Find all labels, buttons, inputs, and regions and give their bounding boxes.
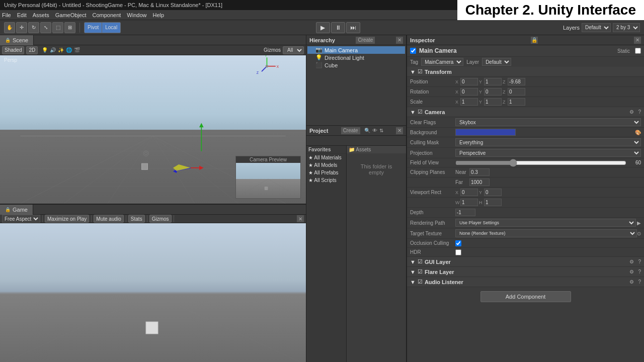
vp-w-field[interactable]	[460, 199, 478, 206]
menu-file[interactable]: File	[2, 12, 11, 18]
scale-z-field[interactable]	[508, 98, 525, 106]
menu-window[interactable]: Window	[127, 12, 146, 18]
game-tab[interactable]: 🔒 Game	[0, 205, 33, 215]
hierarchy-close-btn[interactable]: ✕	[396, 37, 403, 44]
game-lock-icon: 🔒	[5, 207, 11, 212]
audio-listener-section[interactable]: ▼ ☑ Audio Listener ⚙ ?	[407, 277, 644, 287]
target-texture-dropdown[interactable]: None (Render Texture)	[455, 229, 637, 237]
hdr-row: HDR	[407, 248, 644, 257]
project-sidebar: Favorites ★ All Materials ★ All Models ★…	[306, 146, 347, 362]
all-models-folder[interactable]: ★ All Models	[306, 161, 346, 169]
mute-audio-btn[interactable]: Mute audio	[94, 215, 123, 223]
projection-dropdown[interactable]: Perspective	[455, 149, 641, 157]
background-color[interactable]	[455, 129, 516, 136]
flare-layer-section[interactable]: ▼ ☑ Flare Layer ⚙ ?	[407, 267, 644, 277]
scale-x-field[interactable]	[460, 98, 478, 106]
hierarchy-item-cube[interactable]: ⬛ Cube	[307, 61, 405, 69]
hierarchy-create-btn[interactable]: Create	[356, 37, 375, 44]
menu-help[interactable]: Help	[152, 12, 164, 18]
clear-flags-dropdown[interactable]: Skybox	[455, 118, 641, 126]
all-prefabs-folder[interactable]: ★ All Prefabs	[306, 169, 346, 176]
culling-mask-dropdown[interactable]: Everything	[455, 138, 641, 146]
cube-icon: ⬛	[315, 62, 323, 68]
game-view: 🔒 Game Free Aspect Maximize on Play Mute…	[0, 204, 306, 362]
far-value[interactable]	[469, 178, 490, 186]
bg-picker-icon: 🎨	[635, 130, 641, 135]
depth-row: Depth	[407, 208, 644, 218]
vp-y-label: Y	[479, 190, 483, 195]
pos-y-field[interactable]	[484, 78, 502, 85]
object-active-checkbox[interactable]	[410, 48, 416, 54]
rot-y-field[interactable]	[484, 88, 502, 96]
local-btn[interactable]: Local	[102, 23, 120, 33]
culling-mask-label: Culling Mask	[410, 140, 455, 145]
menu-assets[interactable]: Assets	[33, 12, 49, 18]
tag-dropdown[interactable]: MainCamera	[421, 58, 463, 66]
gui-layer-section[interactable]: ▼ ☑ GUI Layer ⚙ ?	[407, 257, 644, 267]
vp-x-field[interactable]	[460, 189, 478, 196]
scene-tab[interactable]: 🔒 Scene	[0, 35, 34, 45]
rot-y-label: Y	[479, 89, 483, 95]
project-close-btn[interactable]: ✕	[396, 127, 403, 134]
layout-dropdown[interactable]: 2 by 3	[613, 23, 640, 32]
play-button[interactable]: ▶	[316, 22, 330, 33]
move-tool[interactable]: ✛	[16, 22, 27, 33]
project-content: Favorites ★ All Materials ★ All Models ★…	[306, 146, 406, 362]
pos-x-field[interactable]	[460, 78, 478, 85]
stats-btn[interactable]: Stats	[128, 215, 145, 223]
layers-dropdown[interactable]: Default	[582, 23, 611, 32]
rot-x-field[interactable]	[460, 88, 478, 96]
occlusion-checkbox[interactable]	[455, 240, 461, 246]
pos-z-field[interactable]	[508, 78, 525, 85]
depth-value[interactable]	[455, 209, 475, 216]
all-scripts-folder[interactable]: ★ All Scripts	[306, 176, 346, 184]
rect-tool[interactable]: ⬚	[52, 22, 63, 33]
transform-section[interactable]: ▼ ☑ Transform	[407, 67, 644, 77]
rotate-tool[interactable]: ↻	[28, 22, 39, 33]
near-value[interactable]	[469, 168, 490, 176]
project-create-btn[interactable]: Create	[341, 127, 360, 134]
inspector-close-btn[interactable]: ✕	[634, 37, 641, 44]
2d-btn[interactable]: 2D	[26, 46, 38, 54]
flare-layer-title: Flare Layer	[425, 269, 454, 275]
hand-tool[interactable]: ✋	[4, 22, 15, 33]
pivot-btn[interactable]: Pivot	[85, 23, 102, 33]
svg-point-18	[143, 151, 148, 156]
shaded-btn[interactable]: Shaded	[2, 46, 24, 54]
fov-slider[interactable]	[455, 161, 626, 165]
transform-tool[interactable]: ⊞	[64, 22, 75, 33]
vp-y-field[interactable]	[484, 189, 502, 196]
step-button[interactable]: ⏭	[346, 22, 360, 33]
scale-y-field[interactable]	[484, 98, 502, 106]
maximize-on-play-btn[interactable]: Maximize on Play	[45, 215, 89, 223]
rendering-path-dropdown[interactable]: Use Player Settings	[455, 219, 636, 227]
hdr-checkbox[interactable]	[455, 249, 461, 255]
menu-edit[interactable]: Edit	[17, 12, 27, 18]
hierarchy-item-directional-light[interactable]: 💡 Directional Light	[307, 54, 405, 61]
clear-flags-label: Clear Flags	[410, 120, 455, 125]
static-checkbox[interactable]	[635, 48, 641, 54]
gizmos-dropdown[interactable]: All	[283, 46, 304, 54]
svg-text:X: X	[277, 65, 279, 68]
scale-tool[interactable]: ⤡	[40, 22, 51, 33]
tag-layer-row: Tag MainCamera Layer Default	[407, 57, 644, 67]
scene-sky-icon: 🌐	[66, 47, 72, 53]
menu-component[interactable]: Component	[92, 12, 121, 18]
vp-h-field[interactable]	[484, 199, 502, 206]
hierarchy-item-main-camera[interactable]: 📷 Main Camera	[307, 46, 405, 54]
pause-button[interactable]: ⏸	[331, 22, 345, 33]
all-materials-folder[interactable]: ★ All Materials	[306, 154, 346, 161]
add-component-button[interactable]: Add Component	[480, 291, 571, 302]
inspector-lock-btn[interactable]: 🔒	[531, 37, 538, 44]
svg-marker-13	[199, 166, 204, 170]
hierarchy-item-label: Main Camera	[325, 47, 358, 53]
game-gizmos-btn[interactable]: Gizmos	[149, 215, 172, 223]
game-panel-close[interactable]: ✕	[297, 215, 304, 222]
rot-z-field[interactable]	[508, 88, 525, 96]
fov-row: Field of View 60	[407, 158, 644, 167]
aspect-dropdown[interactable]: Free Aspect	[2, 215, 40, 223]
menu-gameobject[interactable]: GameObject	[55, 12, 87, 18]
camera-section[interactable]: ▼ ☑ Camera ⚙ ?	[407, 107, 644, 117]
assets-section-header[interactable]: 📁 Assets	[347, 146, 406, 153]
layer-dropdown[interactable]: Default	[482, 58, 511, 66]
